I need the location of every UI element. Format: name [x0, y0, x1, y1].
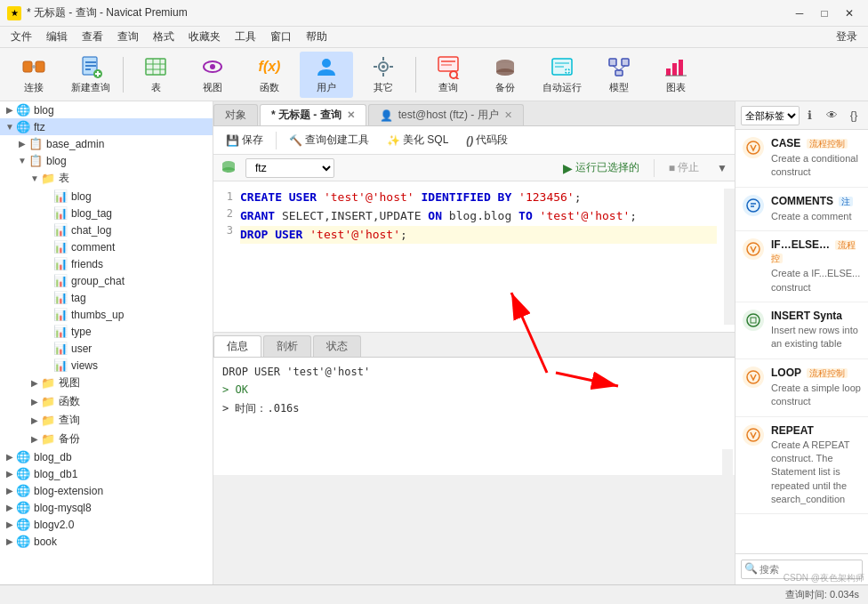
sidebar-item-tag[interactable]: 📊 tag	[0, 289, 213, 306]
db-selector[interactable]: ftz	[245, 158, 334, 178]
snippet-filter-select[interactable]: 全部标签	[741, 106, 800, 125]
tab-object[interactable]: 对象	[213, 104, 258, 125]
menu-tools[interactable]: 工具	[228, 28, 263, 46]
db-icon-blog-db1: 🌐	[16, 467, 30, 480]
save-query-button[interactable]: 💾 保存	[221, 131, 269, 149]
svg-line-43	[619, 66, 625, 70]
sidebar-item-blog-extension[interactable]: ▶ 🌐 blog-extension	[0, 482, 213, 499]
login-button[interactable]: 登录	[829, 28, 864, 46]
new-query-button[interactable]: 新建查询	[64, 52, 117, 98]
create-tool-button[interactable]: 🔨 查询创建工具	[284, 131, 374, 149]
sidebar-item-type[interactable]: 📊 type	[0, 323, 213, 340]
function-button[interactable]: f(x) 函数	[243, 52, 296, 98]
function-icon: f(x)	[257, 54, 282, 79]
menu-file[interactable]: 文件	[4, 28, 39, 46]
menu-view[interactable]: 查看	[75, 28, 110, 46]
line-num-2: 2	[213, 205, 233, 222]
sidebar-item-queries-folder[interactable]: ▶ 📁 查询	[0, 411, 213, 430]
sidebar-item-friends[interactable]: 📊 friends	[0, 255, 213, 272]
snippet-comments[interactable]: COMMENTS 注 Create a comment	[735, 188, 868, 231]
sql-scrollbar[interactable]	[724, 189, 735, 325]
expand-arrow-blog-db: ▶	[4, 452, 16, 462]
autorun-button[interactable]: 自动运行	[535, 52, 589, 98]
sidebar-item-blog-mysql8[interactable]: ▶ 🌐 blog-mysql8	[0, 499, 213, 516]
other-button[interactable]: 其它	[357, 52, 410, 98]
sidebar-item-book[interactable]: ▶ 🌐 book	[0, 533, 213, 550]
backup-button[interactable]: 备份	[478, 52, 532, 98]
model-button[interactable]: 模型	[592, 52, 646, 98]
sidebar-item-blog-top[interactable]: ▶ 🌐 blog	[0, 101, 213, 118]
user-button[interactable]: 用户	[300, 52, 353, 98]
create-tool-label: 查询创建工具	[305, 133, 369, 148]
snippet-loop-desc: Create a simple loop construct	[771, 382, 861, 409]
result-tab-status[interactable]: 状态	[313, 335, 361, 357]
snippet-case-name: CASE	[771, 137, 800, 149]
menu-query[interactable]: 查询	[110, 28, 146, 46]
sidebar-item-chat-log[interactable]: 📊 chat_log	[0, 221, 213, 238]
tab-query-close[interactable]: ✕	[347, 109, 355, 121]
db-icon-ftz: 🌐	[16, 120, 30, 133]
sql-editor[interactable]: 1 2 3 CREATE USER 'test'@'host' IDENTIFI…	[213, 181, 735, 333]
menu-favorites[interactable]: 收藏夹	[181, 28, 228, 46]
sql-content: CREATE USER 'test'@'host' IDENTIFIED BY …	[240, 189, 724, 325]
snippet-search-input[interactable]	[741, 560, 863, 579]
sidebar-item-user[interactable]: 📊 user	[0, 340, 213, 357]
sidebar-item-ftz[interactable]: ▼ 🌐 ftz	[0, 118, 213, 135]
sidebar-item-views-folder[interactable]: ▶ 📁 视图	[0, 374, 213, 392]
snippet-case[interactable]: CASE 流程控制 Create a conditional construct	[735, 130, 868, 188]
snippet-repeat[interactable]: REPEAT Create A REPEAT construct. The St…	[735, 417, 868, 515]
sidebar-item-views-table[interactable]: 📊 views	[0, 357, 213, 374]
query-label: 查询	[438, 81, 458, 94]
right-info-button[interactable]: ℹ	[800, 106, 819, 125]
snippet-insert[interactable]: INSERT Synta Insert new rows into an exi…	[735, 302, 868, 359]
menu-window[interactable]: 窗口	[263, 28, 299, 46]
sidebar-item-blog-table[interactable]: 📊 blog	[0, 188, 213, 205]
sidebar-item-tables-folder[interactable]: ▼ 📁 表	[0, 169, 213, 188]
snippet-case-desc: Create a conditional construct	[771, 152, 861, 180]
code-snippet-icon: ()	[466, 134, 473, 147]
menu-help[interactable]: 帮助	[299, 28, 334, 46]
sidebar-item-comment[interactable]: 📊 comment	[0, 238, 213, 255]
table-icon-friends: 📊	[53, 257, 68, 270]
table-button[interactable]: 表	[129, 52, 182, 98]
right-eye-button[interactable]: 👁	[822, 106, 841, 125]
close-button[interactable]: ✕	[838, 4, 861, 22]
connect-button[interactable]: 连接	[7, 52, 60, 98]
sidebar-item-backup-folder[interactable]: ▶ 📁 备份	[0, 430, 213, 448]
result-tab-info[interactable]: 信息	[213, 335, 261, 357]
menu-format[interactable]: 格式	[146, 28, 181, 46]
svg-rect-11	[146, 59, 165, 75]
view-button[interactable]: 视图	[186, 52, 239, 98]
chart-button[interactable]: 图表	[649, 52, 703, 98]
menu-edit[interactable]: 编辑	[39, 28, 75, 46]
right-brace-button[interactable]: {}	[844, 106, 864, 125]
sidebar-item-functions-folder[interactable]: ▶ 📁 函数	[0, 392, 213, 411]
code-snippet-button[interactable]: () 代码段	[461, 131, 513, 149]
result-scrollbar[interactable]	[722, 449, 733, 565]
snippet-ifelse[interactable]: IF…ELSE… 流程控 Create a IF...ELSE... const…	[735, 231, 868, 302]
stop-button[interactable]: ■ 停止	[662, 158, 706, 177]
beautify-button[interactable]: ✨ 美化 SQL	[382, 131, 454, 149]
sidebar-item-thumbs-up[interactable]: 📊 thumbs_up	[0, 306, 213, 323]
result-tab-profile[interactable]: 剖析	[263, 335, 311, 357]
snippet-case-icon	[743, 137, 764, 158]
sidebar-item-blogv2[interactable]: ▶ 🌐 blogv2.0	[0, 516, 213, 533]
restore-button[interactable]: □	[813, 4, 836, 22]
sidebar-item-blog-tag[interactable]: 📊 blog_tag	[0, 205, 213, 221]
snippet-loop-info: LOOP 流程控制 Create a simple loop construct	[771, 366, 861, 409]
snippet-loop[interactable]: LOOP 流程控制 Create a simple loop construct	[735, 359, 868, 417]
tab-user[interactable]: 👤 test@host (ftz) - 用户 ✕	[368, 104, 524, 125]
sidebar-item-blog-child[interactable]: ▼ 📋 blog	[0, 152, 213, 169]
minimize-button[interactable]: ─	[788, 4, 811, 22]
expand-arrow-blog-child: ▼	[16, 156, 28, 165]
query-btn[interactable]: 查询	[422, 52, 475, 98]
sidebar-item-group-chat[interactable]: 📊 group_chat	[0, 272, 213, 289]
tab-user-close[interactable]: ✕	[504, 109, 512, 121]
db-icon-blog-child: 📋	[28, 154, 43, 167]
backup-icon	[493, 54, 518, 79]
run-selected-button[interactable]: ▶ 运行已选择的	[556, 158, 647, 177]
sidebar-item-blog-db1[interactable]: ▶ 🌐 blog_db1	[0, 465, 213, 482]
tab-query[interactable]: * 无标题 - 查询 ✕	[260, 104, 366, 125]
sidebar-item-base-admin[interactable]: ▶ 📋 base_admin	[0, 135, 213, 152]
sidebar-item-blog-db[interactable]: ▶ 🌐 blog_db	[0, 448, 213, 465]
